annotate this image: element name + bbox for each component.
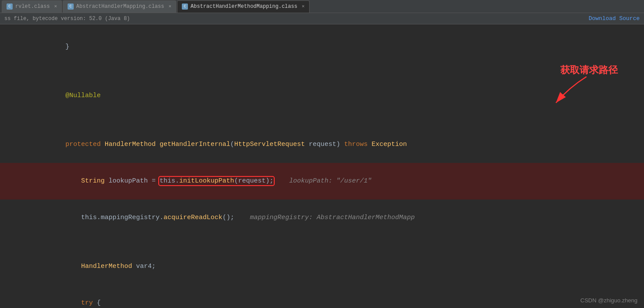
code-call-end: (); <box>222 214 234 221</box>
code-line-10: try { <box>0 285 644 308</box>
tab-label-2: AbstractHandlerMapping.class <box>76 3 164 10</box>
code-line-1: } <box>0 29 644 65</box>
code-keyword-throws: throws <box>344 141 371 148</box>
code-type-handler: HandlerMethod <box>105 141 160 148</box>
code-comment-mapping: mappingRegistry: AbstractHandlerMethodMa… <box>234 214 415 221</box>
watermark: CSDN @zhiguo.zheng <box>580 297 637 304</box>
tab-close-1[interactable]: × <box>54 4 57 9</box>
tab-abstract-method-mapping[interactable]: C AbstractHandlerMethodMapping.class × <box>177 0 309 13</box>
line-content-7: this.mappingRegistry.acquireReadLock(); … <box>17 200 644 236</box>
line-content-6: String lookupPath = this.initLookupPath(… <box>17 163 644 200</box>
code-args: (request); <box>234 177 273 185</box>
code-type-exc: Exception <box>371 141 407 148</box>
code-line-5: protected HandlerMethod getHandlerIntern… <box>0 126 644 163</box>
code-type-http: HttpServletRequest <box>234 141 309 148</box>
annotation-bubble: 获取请求路径 <box>560 64 618 77</box>
tab-icon-2: C <box>68 3 74 10</box>
code-comment-lookup: lookupPath: "/user/1" <box>273 177 371 185</box>
code-line-6: String lookupPath = this.initLookupPath(… <box>0 163 644 200</box>
info-bar-text: ss file, bytecode version: 52.0 (Java 8) <box>4 16 130 22</box>
code-try-brace: { <box>97 299 101 307</box>
info-bar: ss file, bytecode version: 52.0 (Java 8)… <box>0 13 644 24</box>
tab-icon-1: C <box>7 3 13 10</box>
code-init-lookup-outlined: this.initLookupPath(request); <box>160 177 273 185</box>
code-var4: var4; <box>136 263 156 270</box>
code-line-4 <box>0 114 644 126</box>
code-line-8 <box>0 236 644 248</box>
annotation-arrow <box>547 74 604 109</box>
code-type-hm: HandlerMethod <box>50 263 136 270</box>
line-content-1: } <box>17 29 644 65</box>
tab-close-2[interactable]: × <box>168 4 171 9</box>
code-var-lookup: lookupPath = <box>109 177 160 185</box>
code-mapping-registry: mappingRegistry <box>101 214 160 221</box>
code-param: request) <box>309 141 344 148</box>
code-dot: . <box>160 214 164 221</box>
code-keyword-protected: protected <box>50 141 105 148</box>
tab-bar: C rvlet.class × C AbstractHandlerMapping… <box>0 0 644 13</box>
code-this: this. <box>160 177 179 185</box>
code-paren: ( <box>230 141 234 148</box>
line-content-10: try { <box>17 285 644 308</box>
download-source-link[interactable]: Download Source <box>589 15 640 22</box>
code-annotation: @Nullable <box>50 92 101 99</box>
tab-label-3: AbstractHandlerMethodMapping.class <box>191 3 297 10</box>
code-acquire-lock: acquireReadLock <box>164 214 222 221</box>
tab-label-1: rvlet.class <box>15 3 50 10</box>
line-content-5: protected HandlerMethod getHandlerIntern… <box>17 126 644 163</box>
code-method-name: getHandlerInternal <box>160 141 230 148</box>
tab-rvlet[interactable]: C rvlet.class × <box>2 0 62 13</box>
tab-abstract-handler[interactable]: C AbstractHandlerMapping.class × <box>63 0 176 13</box>
code-type-string: String <box>50 177 109 185</box>
code-mapping-lock: this. <box>50 214 101 221</box>
code-keyword-try: try <box>50 299 97 307</box>
tab-close-3[interactable]: × <box>302 4 305 9</box>
line-content-9: HandlerMethod var4; <box>17 248 644 285</box>
code-text: } <box>50 43 69 51</box>
code-area: 获取请求路径 } @Nullable <box>0 24 644 308</box>
code-line-9: HandlerMethod var4; <box>0 248 644 285</box>
code-method-init: initLookupPath <box>179 177 234 185</box>
tab-icon-3: C <box>182 3 188 10</box>
code-line-7: this.mappingRegistry.acquireReadLock(); … <box>0 200 644 236</box>
annotation-title: 获取请求路径 <box>560 64 618 75</box>
